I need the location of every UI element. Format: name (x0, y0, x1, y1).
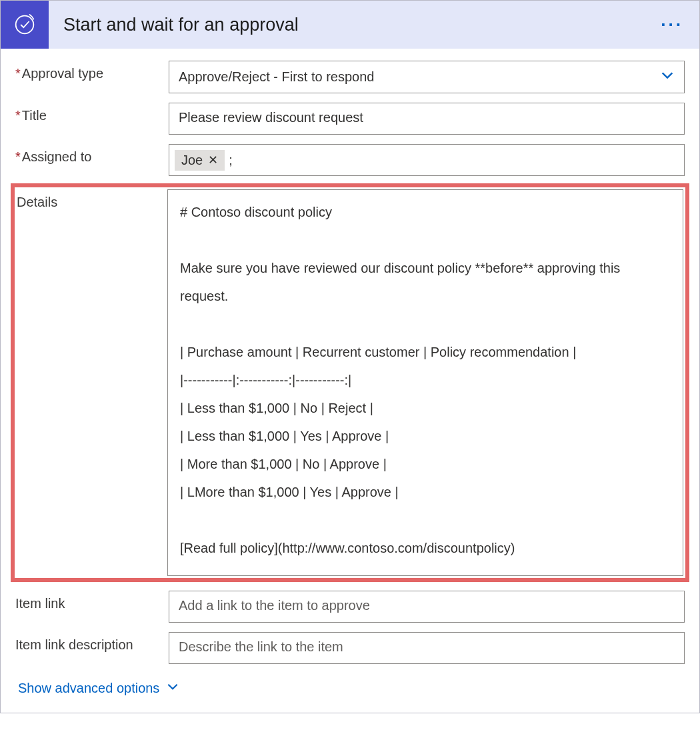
field-row-approval-type: *Approval type Approve/Reject - First to… (15, 61, 685, 93)
title-input[interactable]: Please review discount request (169, 103, 685, 135)
remove-token-icon[interactable]: ✕ (208, 153, 218, 167)
field-label: Item link description (15, 632, 169, 653)
show-advanced-options-label: Show advanced options (18, 681, 159, 696)
token-separator: ; (229, 153, 233, 168)
field-row-assigned-to: *Assigned to Joe ✕ ; (15, 144, 685, 176)
more-menu-icon[interactable]: ··· (661, 15, 699, 35)
required-asterisk: * (15, 66, 21, 81)
field-row-title: *Title Please review discount request (15, 103, 685, 135)
card-header: Start and wait for an approval ··· (1, 1, 699, 49)
field-label: Details (14, 189, 167, 210)
assigned-to-input[interactable]: Joe ✕ ; (169, 144, 685, 176)
approval-type-select[interactable]: Approve/Reject - First to respond (169, 61, 685, 93)
card-body: *Approval type Approve/Reject - First to… (1, 49, 699, 713)
item-link-input[interactable]: Add a link to the item to approve (169, 591, 685, 623)
field-row-item-link-description: Item link description Describe the link … (15, 632, 685, 664)
field-row-details: Details # Contoso discount policy Make s… (13, 185, 687, 580)
svg-point-0 (16, 16, 34, 34)
field-row-item-link: Item link Add a link to the item to appr… (15, 591, 685, 623)
assignee-token[interactable]: Joe ✕ (175, 150, 225, 171)
approval-type-value: Approve/Reject - First to respond (179, 69, 374, 85)
show-advanced-options-link[interactable]: Show advanced options (15, 673, 182, 707)
field-label: *Title (15, 103, 169, 123)
field-label: *Approval type (15, 61, 169, 81)
item-link-description-input[interactable]: Describe the link to the item (169, 632, 685, 664)
field-label: *Assigned to (15, 144, 169, 165)
assignee-name: Joe (181, 153, 203, 168)
field-label: Item link (15, 591, 169, 611)
card-title: Start and wait for an approval (49, 15, 661, 35)
approval-icon (1, 1, 49, 49)
required-asterisk: * (15, 108, 21, 123)
chevron-down-icon (660, 68, 675, 86)
approval-action-card: Start and wait for an approval ··· *Appr… (0, 0, 700, 713)
required-asterisk: * (15, 149, 21, 164)
chevron-down-icon (166, 680, 179, 697)
details-textarea[interactable]: # Contoso discount policy Make sure you … (167, 189, 683, 576)
